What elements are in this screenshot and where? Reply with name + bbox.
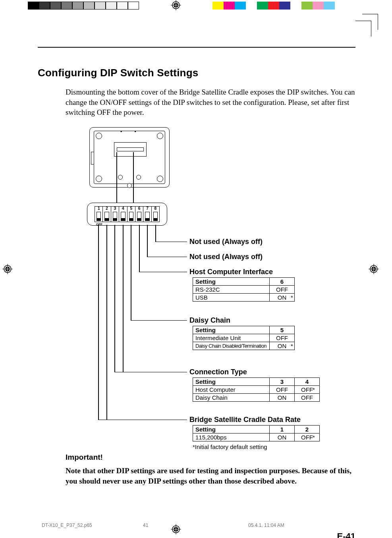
th: 3 xyxy=(270,377,295,385)
dip-switch: 5 xyxy=(127,207,135,222)
page-number: E-41 xyxy=(337,531,355,538)
important-block: Important! Note that other DIP settings … xyxy=(66,453,355,486)
td: OFF xyxy=(270,385,295,393)
label-connection-type: Connection Type xyxy=(189,368,247,376)
registration-mark-icon xyxy=(2,264,13,274)
th: Setting xyxy=(193,425,270,433)
leader-line xyxy=(131,320,187,321)
td: OFF xyxy=(295,393,320,401)
td: ON xyxy=(270,393,295,401)
page-content: Configuring DIP Switch Settings Dismount… xyxy=(38,47,355,486)
important-text: Note that other DIP settings are used fo… xyxy=(66,466,355,486)
diagram: ● ● 12345678 OFF Not use xyxy=(66,127,355,453)
default-star: * xyxy=(291,294,293,301)
crop-mark xyxy=(355,21,371,21)
default-star: * xyxy=(313,386,315,393)
cradle-outline: ● ● xyxy=(89,127,170,188)
dip-switch: 2 xyxy=(103,207,111,222)
td: RS-232C xyxy=(193,285,270,293)
leader-line xyxy=(98,420,187,420)
leader-line xyxy=(116,152,117,203)
page-heading: Configuring DIP Switch Settings xyxy=(38,67,355,79)
print-swatches-grayscale xyxy=(28,2,139,10)
footer-page: 41 xyxy=(143,523,148,528)
th: Setting xyxy=(193,277,270,285)
td: Daisy Chain xyxy=(193,393,270,401)
leader-line xyxy=(114,225,115,372)
leader-line xyxy=(139,272,187,273)
registration-mark-icon xyxy=(171,524,181,534)
label-not-used-7: Not used (Always off) xyxy=(189,253,263,261)
important-heading: Important! xyxy=(66,453,355,462)
default-star: * xyxy=(291,343,293,349)
leader-line xyxy=(114,372,123,373)
header-rule xyxy=(38,47,355,48)
footer-filename: DT-X10_E_P37_52.p65 xyxy=(42,523,92,528)
th: 5 xyxy=(270,326,295,334)
td: USB xyxy=(193,293,270,301)
th: 4 xyxy=(295,377,320,385)
dip-switch: 4 xyxy=(119,207,127,222)
table-connection-type: Setting34 Host ComputerOFFOFF Daisy Chai… xyxy=(193,377,320,402)
dip-switch: 3 xyxy=(111,207,119,222)
dip-slot xyxy=(114,142,147,157)
table-host-interface: Setting6 RS-232COFF USBON xyxy=(193,277,295,302)
crop-mark xyxy=(378,14,378,30)
leader-line xyxy=(123,225,124,372)
label-not-used-8: Not used (Always off) xyxy=(189,238,263,246)
td: OFF xyxy=(270,285,295,293)
leader-line xyxy=(114,372,187,373)
td: Intermediate Unit xyxy=(193,334,270,342)
dip-switch: 8 xyxy=(152,207,159,222)
td: 115,200bps xyxy=(193,433,270,441)
cradle-board: ● ● xyxy=(94,131,165,184)
leader-line xyxy=(147,225,148,257)
label-host-interface: Host Computer Interface xyxy=(189,268,273,276)
th: 6 xyxy=(270,277,295,285)
th: Setting xyxy=(193,377,270,385)
label-data-rate: Bridge Satellite Cradle Data Rate xyxy=(189,416,301,424)
td: ON xyxy=(270,433,295,441)
label-daisy-chain: Daisy Chain xyxy=(189,316,230,325)
registration-mark-icon xyxy=(369,264,379,274)
th: 1 xyxy=(270,425,295,433)
leader-line xyxy=(106,225,107,420)
td: OFF xyxy=(270,334,295,342)
table-daisy-chain: Setting5 Intermediate UnitOFF Daisy Chai… xyxy=(193,326,295,350)
leader-line xyxy=(139,225,140,272)
dip-switch: 6 xyxy=(135,207,143,222)
print-swatches-color xyxy=(212,2,346,10)
dip-switch-block: 12345678 OFF xyxy=(87,203,167,226)
leader-line xyxy=(147,257,187,257)
footer-datetime: 05.4.1, 11:04 AM xyxy=(248,523,284,528)
leader-line xyxy=(98,225,99,420)
th: 2 xyxy=(295,425,320,433)
leader-line xyxy=(155,225,156,242)
leader-line xyxy=(98,420,106,420)
td: OFF xyxy=(295,385,320,393)
td: OFF xyxy=(295,433,320,441)
th: Setting xyxy=(193,326,270,334)
leader-line xyxy=(133,152,134,203)
dip-off-label: OFF xyxy=(96,223,102,226)
footnote-default: *Initial factory default setting xyxy=(193,443,267,450)
td: Host Computer xyxy=(193,385,270,393)
leader-line xyxy=(155,242,187,242)
crop-mark xyxy=(371,21,371,37)
table-data-rate: Setting12 115,200bpsONOFF xyxy=(193,425,320,441)
crop-mark xyxy=(362,14,378,14)
registration-mark-icon xyxy=(171,0,181,10)
intro-paragraph: Dismounting the bottom cover of the Brid… xyxy=(66,87,355,118)
default-star: * xyxy=(313,434,315,441)
td: Daisy Chain Disabled/Termination xyxy=(193,342,270,350)
leader-line xyxy=(131,225,131,320)
dip-switch: 7 xyxy=(143,207,151,222)
dip-switch: 1 xyxy=(95,207,103,222)
